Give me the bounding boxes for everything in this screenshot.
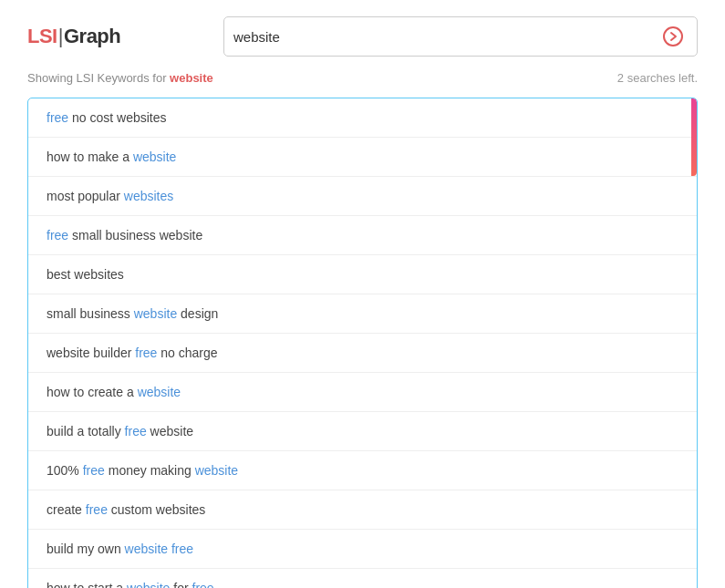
keyword-highlight-blue: free xyxy=(47,228,68,242)
keyword-highlight-blue: website xyxy=(138,385,181,399)
keyword-text: website xyxy=(147,424,193,438)
keyword-text: how to create a xyxy=(47,385,138,399)
search-button[interactable] xyxy=(658,22,688,51)
keyword-highlight-blue: free xyxy=(171,542,193,556)
keyword-highlight-blue: website xyxy=(195,463,238,478)
keyword-item[interactable]: how to make a website xyxy=(28,138,697,177)
keyword-text: no cost websites xyxy=(68,110,166,125)
keyword-item[interactable]: small business website design xyxy=(28,294,697,334)
keyword-highlight-blue: websites xyxy=(124,189,173,203)
keyword-highlight-blue: free xyxy=(86,502,108,517)
arrow-circle-icon xyxy=(662,26,684,47)
svg-point-0 xyxy=(664,27,682,46)
keyword-text: no charge xyxy=(157,346,217,360)
keyword-text: build my own xyxy=(47,542,125,556)
keyword-highlight-blue: free xyxy=(125,424,147,438)
keyword-item[interactable]: build my own website free xyxy=(28,530,697,569)
keyword-item[interactable]: best websites xyxy=(28,255,697,294)
subtitle-bar: Showing LSI Keywords for website 2 searc… xyxy=(0,67,725,98)
keyword-text: for xyxy=(170,581,192,588)
keyword-item[interactable]: create free custom websites xyxy=(28,490,697,530)
keyword-highlight-blue: free xyxy=(135,346,157,360)
keyword-highlight-blue: free xyxy=(83,463,105,478)
logo-graph: Graph xyxy=(64,25,120,48)
keyword-item[interactable]: free small business website xyxy=(28,216,697,255)
logo-pipe: | xyxy=(58,25,63,48)
search-bar xyxy=(223,16,698,57)
keyword-text: small business xyxy=(47,306,134,321)
keyword-item[interactable]: most popular websites xyxy=(28,177,697,216)
keyword-item[interactable]: how to create a website xyxy=(28,373,697,412)
keyword-item[interactable]: 100% free money making website xyxy=(28,451,697,490)
keyword-text: website builder xyxy=(47,346,135,360)
keyword-highlight-blue: website xyxy=(134,306,177,321)
logo: LSI | Graph xyxy=(27,25,120,48)
keyword-item[interactable]: build a totally free website xyxy=(28,412,697,451)
keyword-highlight-blue: website xyxy=(133,150,176,164)
searches-left: 2 searches left. xyxy=(617,71,698,85)
keyword-text: custom websites xyxy=(108,502,205,517)
scroll-indicator[interactable] xyxy=(691,98,697,176)
results-container: free no cost websiteshow to make a websi… xyxy=(27,98,698,588)
keyword-text: small business website xyxy=(68,228,202,242)
keyword-text: how to make a xyxy=(47,150,133,164)
keyword-text: best websites xyxy=(47,267,124,282)
keyword-text: 100% xyxy=(47,463,83,478)
header: LSI | Graph xyxy=(0,0,725,67)
keyword-text: how to start a xyxy=(47,581,127,588)
subtitle-text: Showing LSI Keywords for website xyxy=(27,71,213,85)
keyword-highlight-blue: free xyxy=(47,110,68,125)
keyword-text: design xyxy=(177,306,218,321)
keyword-item[interactable]: free no cost websites xyxy=(28,98,697,138)
keyword-text: money making xyxy=(105,463,195,478)
keyword-text: most popular xyxy=(47,189,124,203)
logo-lsi: LSI xyxy=(27,25,57,48)
keyword-highlight-blue: free xyxy=(192,581,214,588)
keyword-text: build a totally xyxy=(47,424,125,438)
keyword-text: create xyxy=(47,502,86,517)
search-input[interactable] xyxy=(233,29,658,45)
subtitle-prefix: Showing LSI Keywords for xyxy=(27,71,166,85)
keyword-list: free no cost websiteshow to make a websi… xyxy=(28,98,697,588)
keyword-item[interactable]: website builder free no charge xyxy=(28,334,697,373)
subtitle-keyword: website xyxy=(170,71,213,85)
keyword-item[interactable]: how to start a website for free xyxy=(28,569,697,588)
keyword-highlight-blue: website xyxy=(127,581,170,588)
keyword-highlight-blue: website xyxy=(125,542,168,556)
